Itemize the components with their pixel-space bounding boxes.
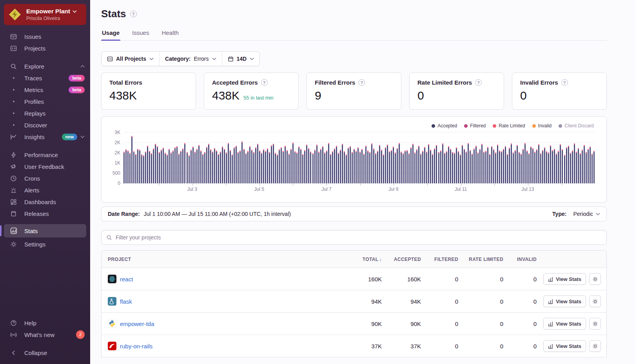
sidebar-item-traces[interactable]: Traces beta xyxy=(0,72,90,84)
react-logo-icon xyxy=(108,275,116,283)
project-link[interactable]: react xyxy=(120,276,133,283)
column-invalid[interactable]: INVALID xyxy=(506,257,540,262)
legend-item[interactable]: Rate Limited xyxy=(493,123,525,129)
type-selector[interactable]: Type: Periodic xyxy=(552,211,600,217)
chart-bar xyxy=(346,154,347,183)
sidebar-item-help[interactable]: Help xyxy=(0,317,90,329)
type-value: Periodic xyxy=(573,211,593,217)
chart-bar xyxy=(588,149,589,183)
filtered-value: 0 xyxy=(424,321,461,327)
sidebar-item-metrics[interactable]: Metrics beta xyxy=(0,84,90,96)
invalid-value: 0 xyxy=(506,276,540,283)
tab-usage[interactable]: Usage xyxy=(101,29,120,40)
sidebar-collapse-button[interactable]: Collapse xyxy=(0,347,90,359)
help-icon[interactable]: ? xyxy=(475,79,482,86)
chart-bar xyxy=(172,150,174,183)
project-settings-button[interactable] xyxy=(589,340,601,352)
chart-bar xyxy=(189,155,190,183)
sidebar-item-alerts[interactable]: Alerts xyxy=(0,184,90,196)
sidebar-item-crons[interactable]: Crons xyxy=(0,172,90,184)
chart-bar xyxy=(363,154,365,183)
sidebar-item-performance[interactable]: Performance xyxy=(0,149,90,161)
project-link[interactable]: ruby-on-rails xyxy=(120,343,152,350)
chart-bar xyxy=(129,153,131,183)
chart-bar xyxy=(275,153,276,183)
column-filtered[interactable]: FILTERED xyxy=(424,257,461,262)
help-icon xyxy=(10,319,17,327)
chart-bar xyxy=(326,150,327,183)
tab-health[interactable]: Health xyxy=(161,29,179,40)
date-range-bar: Date Range: Jul 1 10:00 AM — Jul 15 11:0… xyxy=(101,206,607,221)
sidebar-item-replays[interactable]: Replays xyxy=(0,107,90,119)
page-help-icon[interactable]: ? xyxy=(130,11,137,17)
chart-bar xyxy=(300,149,301,183)
column-total[interactable]: TOTAL↓ xyxy=(348,257,385,262)
chart-bar xyxy=(448,146,449,183)
date-range-dropdown[interactable]: 14D xyxy=(222,52,260,66)
chart-bar xyxy=(161,150,162,183)
table-row: flask 94K 94K 0 0 0 View Stats xyxy=(102,290,606,313)
chart-bar xyxy=(497,145,498,183)
sidebar-item-projects[interactable]: Projects xyxy=(0,42,90,54)
project-settings-button[interactable] xyxy=(589,273,601,285)
chart-bar xyxy=(187,152,188,183)
org-switcher[interactable]: Empower Plant Priscila Oliveira xyxy=(4,4,86,25)
view-stats-button[interactable]: View Stats xyxy=(543,340,586,352)
chart-bar xyxy=(481,144,483,183)
help-icon[interactable]: ? xyxy=(358,79,365,86)
sidebar-item-dashboards[interactable]: Dashboards xyxy=(0,196,90,208)
chart-bar xyxy=(562,149,563,183)
legend-item[interactable]: Client Discard xyxy=(559,123,594,129)
chart-bar xyxy=(554,149,555,183)
sidebar-item-stats[interactable]: Stats xyxy=(4,224,86,237)
column-accepted[interactable]: ACCEPTED xyxy=(385,257,424,262)
help-icon[interactable]: ? xyxy=(261,79,268,86)
project-settings-button[interactable] xyxy=(589,318,601,330)
filtered-value: 0 xyxy=(424,343,461,350)
sidebar-item-whats-new[interactable]: What's new 2 xyxy=(0,329,90,340)
help-icon[interactable]: ? xyxy=(561,79,568,86)
sidebar-item-user-feedback[interactable]: User Feedback xyxy=(0,161,90,172)
chart-bar xyxy=(395,152,396,183)
column-project[interactable]: PROJECT xyxy=(102,257,348,262)
legend-item[interactable]: Filtered xyxy=(464,123,486,129)
chevron-down-icon xyxy=(596,213,600,216)
search-input[interactable] xyxy=(116,234,602,241)
chart-bar xyxy=(379,145,380,183)
card-title: Rate Limited Errors xyxy=(417,79,472,86)
chart-bar xyxy=(383,154,384,183)
project-link[interactable]: flask xyxy=(120,298,132,305)
chart-bar xyxy=(245,153,247,183)
sidebar-item-discover[interactable]: Discover xyxy=(0,119,90,131)
column-rate-limited[interactable]: RATE LIMITED xyxy=(461,257,506,262)
card-value: 438K xyxy=(109,89,137,102)
chart-bar xyxy=(403,153,404,183)
project-filter-dropdown[interactable]: All Projects xyxy=(102,52,159,66)
y-tick-label: 2K xyxy=(114,150,120,156)
x-tick-label: Jul 13 xyxy=(521,187,534,192)
view-stats-button[interactable]: View Stats xyxy=(543,295,586,307)
bar-chart-icon xyxy=(548,344,553,349)
sidebar-item-profiles[interactable]: Profiles xyxy=(0,96,90,107)
sidebar-item-releases[interactable]: Releases xyxy=(0,208,90,219)
project-settings-button[interactable] xyxy=(589,295,601,307)
score-cards: Total Errors 438K Accepted Errors? 438K5… xyxy=(101,72,607,110)
project-link[interactable]: empower-tda xyxy=(120,321,154,327)
sidebar-item-settings[interactable]: Settings xyxy=(0,238,90,250)
legend-item[interactable]: Invalid xyxy=(532,123,552,129)
view-stats-button[interactable]: View Stats xyxy=(543,273,586,285)
chart-bar xyxy=(534,152,535,183)
chart-bar xyxy=(178,154,180,183)
sidebar-item-label: Releases xyxy=(24,210,49,217)
legend-item[interactable]: Accepted xyxy=(432,123,457,129)
chart-bars xyxy=(123,132,595,183)
category-filter-dropdown[interactable]: Category: Errors xyxy=(159,52,221,66)
sidebar-item-issues[interactable]: Issues xyxy=(0,31,90,42)
org-user: Priscila Oliveira xyxy=(26,16,77,21)
view-stats-button[interactable]: View Stats xyxy=(543,318,586,330)
tab-issues[interactable]: Issues xyxy=(131,29,150,40)
accepted-value: 37K xyxy=(385,343,424,350)
sidebar-item-explore[interactable]: Explore xyxy=(0,60,90,72)
sidebar-item-insights[interactable]: Insights new xyxy=(0,131,90,143)
chart-bar xyxy=(377,151,378,183)
